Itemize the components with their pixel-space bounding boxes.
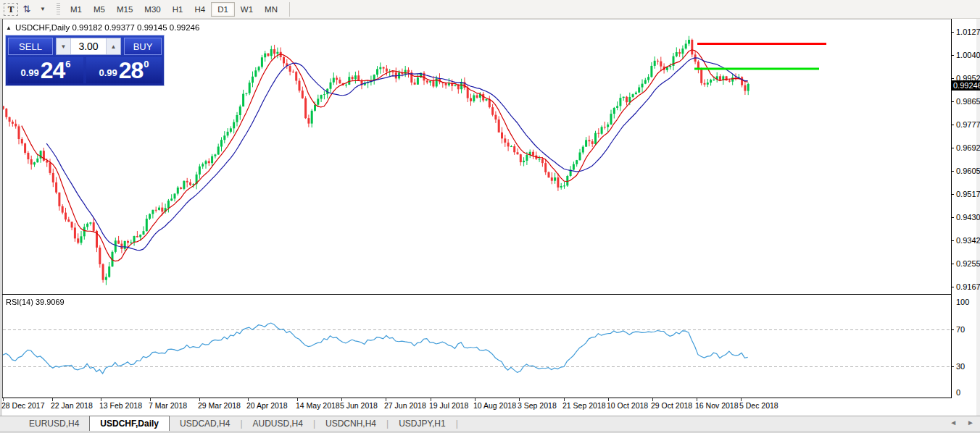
price-axis-tick [951,78,954,79]
price-axis-tick [951,101,954,102]
price-axis-tick [951,125,954,125]
tab-eurusd-h4[interactable]: EURUSD,H4 [19,416,89,431]
sell-price-prefix: 0.99 [20,67,38,78]
price-axis-label: 0.92550 [956,259,980,268]
timeframe-m5-button[interactable]: M5 [88,2,111,17]
timeframe-m15-button[interactable]: M15 [111,2,138,17]
tab-usdchf-daily[interactable]: USDCHF,Daily [89,416,170,431]
price-axis-tick [951,217,954,218]
volume-increase-icon[interactable]: ▲ [106,38,120,54]
price-axis-label: 0.93425 [956,236,980,245]
tab-usdcnh-h4[interactable]: USDCNH,H4 [315,416,386,431]
price-axis-label: 1.00400 [956,51,980,59]
tab-usdcad-h4[interactable]: USDCAD,H4 [170,416,240,431]
price-axis-label: 0.95175 [956,190,980,198]
price-axis-label: 0.98650 [956,97,980,106]
price-axis-border [951,19,952,398]
chart-left-border [2,19,3,398]
date-axis-label: 16 Nov 2018 [695,401,739,410]
price-axis-tick [951,32,954,33]
rsi-axis-label: 100 [956,298,969,306]
text-tool-icon[interactable]: T [4,3,18,16]
price-axis-label: 1.01275 [956,28,980,36]
volume-decrease-icon[interactable]: ▼ [57,38,71,54]
rsi-indicator-label: RSI(14) 39.9069 [6,298,65,306]
price-axis-tick [951,287,954,287]
chart-region: ▲ USDCHF,Daily 0.99182 0.99377 0.99145 0… [0,19,980,416]
tab-usdjpy-h1[interactable]: USDJPY,H1 [389,416,455,431]
sell-price-point: 6 [65,59,70,70]
toolbar-grip[interactable] [57,3,60,16]
date-axis-label: 20 Apr 2018 [246,401,288,410]
date-axis-label: 19 Jul 2018 [429,401,468,410]
sell-button[interactable]: SELL [8,38,53,55]
timeframe-m1-button[interactable]: M1 [65,2,88,17]
buy-button[interactable]: BUY [124,38,162,55]
rsi-axis-label: 0 [956,388,960,397]
date-axis-label: 5 Dec 2018 [739,401,778,410]
rsi-chart-canvas[interactable] [3,295,951,398]
buy-price-pips: 28 [119,59,144,81]
price-axis-tick [951,55,954,56]
arrows-tool-icon[interactable]: ⇅ [20,2,34,17]
rsi-axis-label: 30 [956,362,965,371]
one-click-trade-panel: SELL ▼ 3.00 ▲ BUY 0.99 24 6 0.99 28 0 [5,35,165,86]
tab-scroll-right-icon[interactable]: ► [967,419,974,426]
tab-separator: | [456,419,458,429]
rsi-axis-tick [951,329,954,330]
tab-scroll-left-icon[interactable]: ◄ [950,419,957,426]
date-axis-label: 22 Jan 2018 [51,401,93,410]
date-axis-label: 21 Sep 2018 [562,401,606,410]
timeframe-mn-button[interactable]: MN [259,2,283,17]
volume-input[interactable]: 3.00 [71,38,106,54]
volume-stepper: ▼ 3.00 ▲ [56,38,121,55]
timeframe-d1-button[interactable]: D1 [211,2,235,17]
date-axis-label: 5 Jun 2018 [340,401,378,410]
buy-price-point: 0 [144,59,149,70]
price-axis-tick [951,148,954,148]
arrows-tool-dropdown-icon[interactable]: ▼ [36,2,50,17]
timeframe-h4-button[interactable]: H4 [188,2,211,17]
price-axis-label: 0.91675 [956,282,980,291]
sell-price-box[interactable]: 0.99 24 6 [8,57,83,83]
price-axis-label: 0.97775 [956,120,980,129]
price-axis-label: 0.99525 [956,74,980,83]
date-axis-label: 10 Oct 2018 [607,401,648,410]
date-axis-label: 29 Mar 2018 [198,401,241,410]
date-axis-label: 10 Aug 2018 [473,401,516,410]
price-axis-tick [951,194,954,195]
date-axis-label: 27 Jun 2018 [384,401,426,410]
tab-audusd-h4[interactable]: AUDUSD,H4 [243,416,313,431]
chart-title: ▲ USDCHF,Daily 0.99182 0.99377 0.99145 0… [6,23,199,32]
buy-price-prefix: 0.99 [99,67,117,78]
date-axis[interactable]: 28 Dec 201722 Jan 201813 Feb 20187 Mar 2… [0,398,980,416]
date-axis-label: 28 Dec 2017 [1,401,45,410]
trading-platform-window: T ⇅ ▼ M1 M5 M15 M30 H1 H4 D1 W1 MN ▲ USD… [0,0,980,433]
price-axis-tick [951,264,954,264]
price-axis-tick [951,171,954,172]
sell-price-pips: 24 [41,59,65,81]
price-axis-label: 0.94300 [956,213,980,222]
pane-splitter[interactable] [2,294,952,295]
rsi-axis-label: 70 [956,325,965,334]
price-axis-label: 0.96050 [956,167,980,175]
price-axis-tick [951,240,954,241]
timeframe-m30-button[interactable]: M30 [138,2,166,17]
price-axis-label: 0.96925 [956,143,980,152]
symbol-ohlc-text: USDCHF,Daily 0.99182 0.99377 0.99145 0.9… [15,23,199,32]
date-axis-label: 7 Mar 2018 [149,401,187,410]
buy-price-box[interactable]: 0.99 28 0 [86,57,162,83]
chart-tab-bar: EURUSD,H4 USDCHF,Daily USDCAD,H4 | AUDUS… [0,416,980,431]
collapse-triangle-icon[interactable]: ▲ [6,25,12,31]
timeframe-w1-button[interactable]: W1 [235,2,259,17]
date-axis-label: 3 Sep 2018 [518,401,557,410]
toolbar-separator [289,2,290,17]
rsi-axis-tick [951,366,954,367]
date-axis-label: 29 Oct 2018 [651,401,692,410]
date-axis-label: 14 May 2018 [296,401,340,410]
date-axis-label: 13 Feb 2018 [99,401,142,410]
top-toolbar: T ⇅ ▼ M1 M5 M15 M30 H1 H4 D1 W1 MN [0,0,980,19]
timeframe-h1-button[interactable]: H1 [167,2,189,17]
